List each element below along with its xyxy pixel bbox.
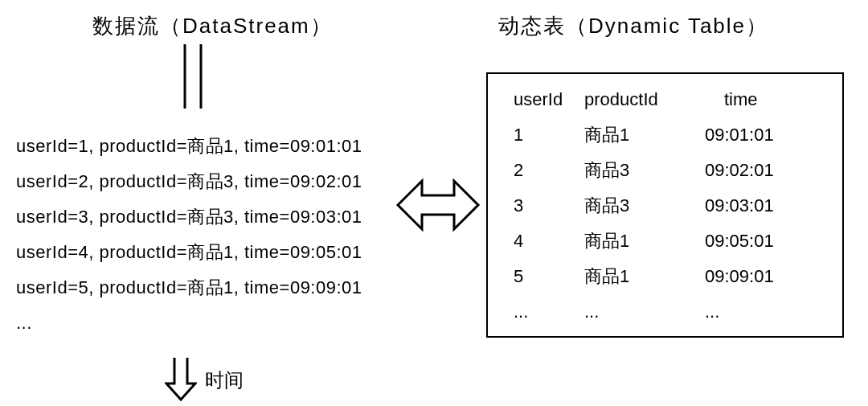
stream-row-text: ...: [16, 313, 32, 333]
cell-time: 09:05:01: [705, 224, 825, 259]
cell-productid: 商品3: [584, 188, 705, 224]
table-row: 4 商品1 09:05:01: [504, 224, 826, 259]
time-label: 时间: [205, 367, 244, 393]
cell-userid: 4: [504, 224, 584, 259]
heading-datastream: 数据流（DataStream）: [92, 12, 333, 40]
stream-row: userId=1, productId=商品1, time=09:01:01: [16, 129, 362, 164]
dynamic-table-box: userId productId time 1 商品1 09:01:01 2 商…: [486, 72, 844, 338]
stream-row: userId=4, productId=商品1, time=09:05:01: [16, 235, 362, 270]
stream-row: ...: [16, 306, 362, 341]
cell-userid: 1: [504, 117, 584, 153]
stream-row-text: userId=5, productId=商品1, time=09:09:01: [16, 277, 362, 297]
col-header-productid: productId: [584, 82, 705, 117]
cell-time: 09:01:01: [705, 117, 825, 153]
table-row: 5 商品1 09:09:01: [504, 259, 826, 294]
stream-row: userId=3, productId=商品3, time=09:03:01: [16, 199, 362, 235]
stream-row: userId=2, productId=商品3, time=09:02:01: [16, 164, 362, 199]
table-row: 2 商品3 09:02:01: [504, 153, 826, 188]
stream-row-text: userId=4, productId=商品1, time=09:05:01: [16, 242, 362, 262]
cell-time: 09:02:01: [705, 153, 825, 188]
table-header: userId productId time: [504, 82, 826, 117]
time-arrow-group: 时间: [165, 358, 244, 402]
cell-productid: 商品1: [584, 117, 705, 153]
stream-row-text: userId=2, productId=商品3, time=09:02:01: [16, 171, 362, 191]
cell-time: ...: [705, 294, 825, 330]
table-row: 1 商品1 09:01:01: [504, 117, 826, 153]
cell-userid: ...: [504, 294, 584, 330]
col-header-time: time: [705, 82, 825, 117]
stream-row: userId=5, productId=商品1, time=09:09:01: [16, 270, 362, 306]
stream-row-text: userId=3, productId=商品3, time=09:03:01: [16, 207, 362, 227]
stream-row-text: userId=1, productId=商品1, time=09:01:01: [16, 136, 362, 156]
down-arrow-icon: [165, 358, 197, 402]
cell-productid: 商品1: [584, 259, 705, 294]
cell-userid: 2: [504, 153, 584, 188]
cell-userid: 3: [504, 188, 584, 224]
down-bracket-connector: [177, 44, 209, 117]
cell-userid: 5: [504, 259, 584, 294]
col-header-userid: userId: [504, 82, 584, 117]
table-row: ... ... ...: [504, 294, 826, 330]
cell-time: 09:09:01: [705, 259, 825, 294]
bidirectional-arrow-icon: [394, 173, 482, 237]
cell-time: 09:03:01: [705, 188, 825, 224]
cell-productid: 商品3: [584, 153, 705, 188]
table-row: 3 商品3 09:03:01: [504, 188, 826, 224]
cell-productid: ...: [584, 294, 705, 330]
stream-rows-block: userId=1, productId=商品1, time=09:01:01 u…: [16, 129, 362, 341]
heading-dynamic-table: 动态表（Dynamic Table）: [498, 12, 768, 40]
cell-productid: 商品1: [584, 224, 705, 259]
